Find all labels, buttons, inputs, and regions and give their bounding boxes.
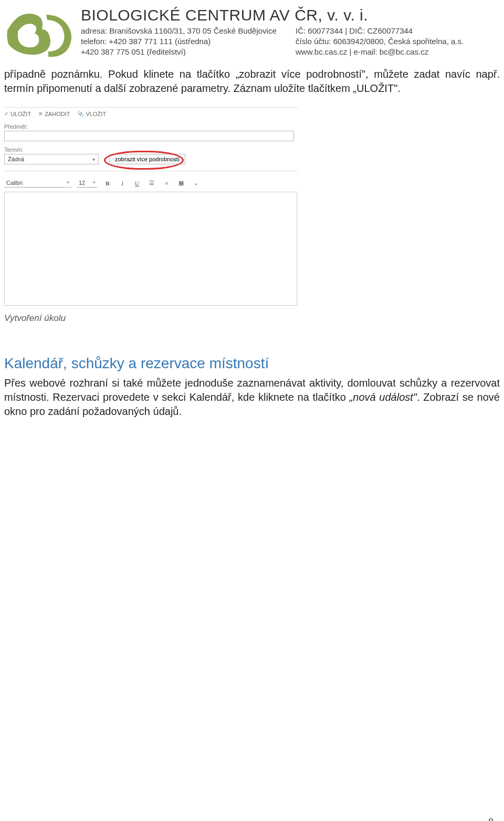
- phone-main: telefon: +420 387 771 111 (ústředna): [81, 37, 283, 46]
- note-body-textarea[interactable]: [4, 192, 297, 306]
- underline-button[interactable]: U: [132, 180, 142, 186]
- letterhead: BIOLOGICKÉ CENTRUM AV ČR, v. v. i. adres…: [4, 4, 500, 64]
- number-list-button[interactable]: ≡: [162, 180, 171, 186]
- ico-dic: IČ: 60077344 | DIČ: CZ60077344: [296, 26, 498, 35]
- discard-label: ZAHODIT: [45, 111, 70, 117]
- intro-paragraph: případně poznámku. Pokud klinete na tlač…: [4, 67, 500, 96]
- figure-caption: Vytvoření úkolu: [4, 313, 500, 324]
- subject-label: Předmět:: [4, 123, 298, 130]
- font-name: Calibri: [6, 180, 23, 186]
- subject-input[interactable]: [4, 131, 294, 141]
- check-icon: ✓: [4, 111, 8, 117]
- insert-button[interactable]: 📎 VLOŽIT: [77, 111, 106, 117]
- chevron-down-icon: ▾: [67, 180, 69, 186]
- more-format-button[interactable]: ⌄: [191, 180, 201, 186]
- phone-director: +420 387 775 051 (ředitelství): [81, 47, 283, 56]
- format-toolbar: Calibri ▾ 12 ▾ B I U ☰ ≡ ▦ ⌄: [4, 179, 298, 188]
- bank-account: číslo účtu: 6063942/0800, Česká spořitel…: [296, 37, 498, 46]
- org-logo: [6, 6, 75, 59]
- discard-button[interactable]: ✕ ZAHODIT: [38, 111, 70, 117]
- due-value: Žádná: [8, 156, 24, 162]
- close-icon: ✕: [38, 111, 43, 117]
- attach-icon: 📎: [77, 111, 83, 117]
- section-heading: Kalendář, schůzky a rezervace místností: [4, 355, 500, 372]
- font-size-select[interactable]: 12 ▾: [77, 179, 98, 188]
- font-size: 12: [79, 180, 85, 186]
- show-more-details-button[interactable]: zobrazit více podrobností: [109, 154, 185, 164]
- table-button[interactable]: ▦: [176, 180, 186, 186]
- show-more-label: zobrazit více podrobností: [115, 156, 180, 162]
- section-text-em: „nová událost": [350, 391, 417, 403]
- italic-button[interactable]: I: [118, 180, 127, 186]
- org-title: BIOLOGICKÉ CENTRUM AV ČR, v. v. i.: [81, 7, 498, 23]
- due-select[interactable]: Žádná ▾: [4, 154, 99, 164]
- save-label: ULOŽIT: [10, 111, 31, 117]
- bold-button[interactable]: B: [103, 180, 112, 186]
- insert-label: VLOŽIT: [86, 111, 106, 117]
- web-email: www.bc.cas.cz | e-mail: bc@bc.cas.cz: [296, 47, 498, 56]
- bullet-list-button[interactable]: ☰: [147, 180, 156, 186]
- due-label: Termín:: [4, 147, 99, 153]
- chevron-down-icon: ▾: [92, 157, 95, 162]
- address: adresa: Branišovská 1160/31, 370 05 Česk…: [81, 26, 283, 35]
- chevron-down-icon: ▾: [93, 180, 96, 186]
- save-button[interactable]: ✓ ULOŽIT: [4, 111, 31, 117]
- font-family-select[interactable]: Calibri ▾: [4, 179, 71, 188]
- section-paragraph: Přes webové rozhraní si také můžete jedn…: [4, 376, 500, 419]
- task-editor-screenshot: ✓ ULOŽIT ✕ ZAHODIT 📎 VLOŽIT Předmět: Ter…: [4, 107, 298, 306]
- page-number: 8: [488, 817, 494, 821]
